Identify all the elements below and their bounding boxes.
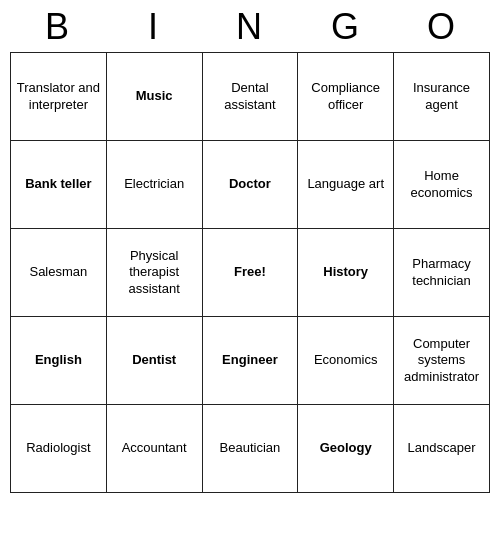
table-cell: Geology xyxy=(298,405,394,493)
table-row: Translator and interpreterMusicDental as… xyxy=(11,53,490,141)
table-cell: Dentist xyxy=(106,317,202,405)
table-cell: Electrician xyxy=(106,141,202,229)
table-cell: Beautician xyxy=(202,405,298,493)
header-n: N xyxy=(206,6,294,48)
table-row: Bank tellerElectricianDoctorLanguage art… xyxy=(11,141,490,229)
table-row: EnglishDentistEngineerEconomicsComputer … xyxy=(11,317,490,405)
table-cell: Economics xyxy=(298,317,394,405)
table-cell: Engineer xyxy=(202,317,298,405)
table-cell: Computer systems administrator xyxy=(394,317,490,405)
table-cell: Bank teller xyxy=(11,141,107,229)
header-g: G xyxy=(302,6,390,48)
table-cell: Insurance agent xyxy=(394,53,490,141)
table-cell: History xyxy=(298,229,394,317)
table-cell: Music xyxy=(106,53,202,141)
table-row: SalesmanPhysical therapist assistantFree… xyxy=(11,229,490,317)
table-cell: Free! xyxy=(202,229,298,317)
table-cell: Doctor xyxy=(202,141,298,229)
bingo-table: Translator and interpreterMusicDental as… xyxy=(10,52,490,493)
table-cell: English xyxy=(11,317,107,405)
table-cell: Translator and interpreter xyxy=(11,53,107,141)
table-cell: Physical therapist assistant xyxy=(106,229,202,317)
bingo-header: B I N G O xyxy=(10,0,490,52)
table-cell: Home economics xyxy=(394,141,490,229)
table-cell: Language art xyxy=(298,141,394,229)
table-cell: Radiologist xyxy=(11,405,107,493)
header-i: I xyxy=(110,6,198,48)
table-row: RadiologistAccountantBeauticianGeologyLa… xyxy=(11,405,490,493)
table-cell: Accountant xyxy=(106,405,202,493)
table-cell: Landscaper xyxy=(394,405,490,493)
table-cell: Pharmacy technician xyxy=(394,229,490,317)
table-cell: Compliance officer xyxy=(298,53,394,141)
header-b: B xyxy=(14,6,102,48)
table-cell: Salesman xyxy=(11,229,107,317)
header-o: O xyxy=(398,6,486,48)
table-cell: Dental assistant xyxy=(202,53,298,141)
